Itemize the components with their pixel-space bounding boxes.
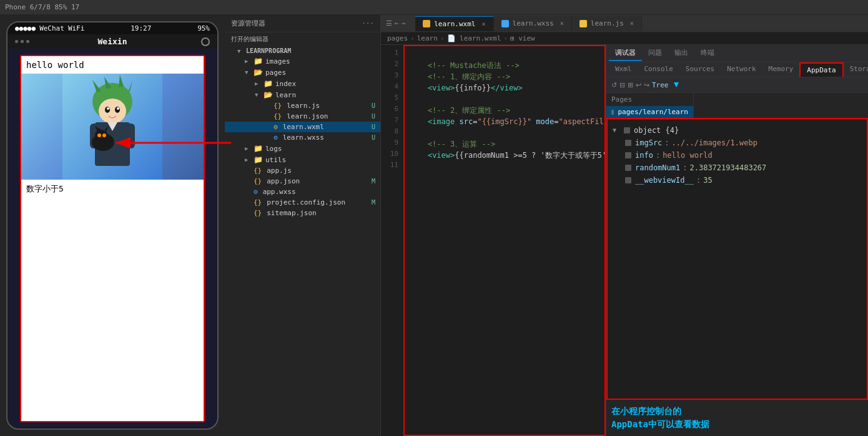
open-editors-section: 打开的编辑器 (225, 32, 380, 46)
editor-toolbar-icons: ☰ ← → (381, 19, 410, 27)
folder-name-learn: learn (275, 91, 296, 99)
file-item-app-wxss[interactable]: ⚙app.wxss (225, 187, 380, 197)
editor-tab-learnjs[interactable]: learn.js× (572, 16, 642, 31)
file-item-app-json[interactable]: {}app.jsonM (225, 176, 380, 187)
file-item-sitemap-json[interactable]: {}sitemap.json (225, 208, 380, 218)
phone-status-bar: ●●●●● WeChat WiFi 19:27 95% (7, 22, 217, 34)
collapse-button[interactable]: ⊟ (619, 81, 625, 89)
file-icon-learn-wxss: ⚙ (274, 133, 278, 142)
line-number-9: 9 (381, 137, 398, 148)
panel-tab-appdata[interactable]: AppData (799, 62, 843, 77)
tab-close-learn.wxss[interactable]: × (560, 20, 564, 27)
breadcrumb-sep2: › (440, 34, 445, 42)
panel-tab-storage[interactable]: Storage (844, 62, 868, 77)
file-badge-learn-json: U (372, 113, 375, 120)
tree-square-icon (624, 127, 630, 133)
folder-name-index: index (275, 80, 296, 88)
folder-name-images: images (265, 57, 290, 65)
file-item-learn-wxss[interactable]: ⚙learn.wxssU (225, 132, 380, 143)
editor-tab-learnwxss[interactable]: learn.wxss× (494, 16, 572, 31)
file-item-logs[interactable]: ▶📁logs (225, 143, 380, 154)
tree-expand-icon[interactable]: ▼ (613, 124, 621, 137)
tree-root-label: object {4} (634, 124, 679, 137)
file-badge-learn-js: U (372, 102, 375, 109)
file-explorer-panel: 资源管理器 ··· 打开的编辑器 ▼ LEARNPROGRAM ▶📁images… (225, 15, 381, 436)
line-number-2: 2 (381, 59, 398, 70)
tree-sep-imgSrc: : (664, 137, 669, 149)
file-item-pages[interactable]: ▼📂pages (225, 67, 380, 78)
tree-item-imgSrc: imgSrc : ../../images/1.webp (613, 137, 862, 149)
tab-output[interactable]: 输出 (668, 46, 694, 61)
editor-tab-learnwxml[interactable]: learn.wxml× (415, 16, 493, 31)
redo-button[interactable]: ↪ (644, 81, 649, 89)
line-number-11: 11 (381, 160, 398, 171)
tab-problems[interactable]: 问题 (642, 46, 668, 61)
file-item-learn[interactable]: ▼📂learn (225, 89, 380, 100)
folder-icon-learn: 📂 (264, 90, 273, 99)
file-explorer-more[interactable]: ··· (362, 19, 374, 27)
project-root[interactable]: ▼ LEARNPROGRAM (225, 46, 380, 56)
tab-label-learn.wxss: learn.wxss (513, 19, 554, 27)
file-name-app-json: app.json (267, 177, 300, 185)
tree-item-icon-randomNum1 (625, 165, 631, 171)
panel-tab-memory[interactable]: Memory (762, 62, 800, 77)
file-item-images[interactable]: ▶📁images (225, 56, 380, 67)
forward-icon[interactable]: → (402, 19, 406, 27)
code-line-3: <view>{{info}}</view> (410, 82, 599, 94)
file-item-learn-js[interactable]: {}learn.jsU (225, 100, 380, 111)
panel-tab-sources[interactable]: Sources (679, 62, 721, 77)
folder-name-utils: utils (265, 156, 286, 164)
breadcrumb-learn: learn (417, 34, 438, 42)
folder-icon-utils: 📁 (254, 155, 263, 164)
breadcrumb-sep3: › (503, 34, 508, 42)
file-name-learn-json: learn.json (287, 112, 328, 120)
svg-marker-23 (674, 82, 679, 87)
code-line-0 (410, 49, 599, 60)
folder-icon-logs: 📁 (254, 144, 263, 153)
pages-and-tree: Pages pages/learn/learn (606, 93, 868, 118)
file-icon-project-config-json: {} (254, 198, 262, 206)
folder-arrow-learn: ▼ (255, 92, 261, 98)
file-item-app-js[interactable]: {}app.js (225, 165, 380, 176)
file-item-project-config-json[interactable]: {}project.config.jsonM (225, 197, 380, 208)
phone-simulator-panel: ●●●●● WeChat WiFi 19:27 95% Weixin (0, 15, 225, 436)
phone-image-area (21, 74, 204, 180)
svg-point-6 (99, 99, 126, 124)
folder-arrow-pages: ▼ (245, 69, 251, 75)
file-explorer-title: 资源管理器 (231, 19, 265, 28)
file-item-index[interactable]: ▶📁index (225, 78, 380, 89)
code-line-7 (410, 127, 599, 138)
tab-close-learn.wxml[interactable]: × (481, 21, 485, 27)
file-item-learn-json[interactable]: {}learn.jsonU (225, 111, 380, 122)
panel-tab-network[interactable]: Network (721, 62, 762, 77)
file-item-utils[interactable]: ▶📁utils (225, 154, 380, 165)
file-item-learn-wxml[interactable]: ⚙learn.wxmlU (225, 122, 380, 132)
file-name-learn-wxml: learn.wxml (283, 123, 324, 131)
phone-nav-bar: Weixin (7, 34, 217, 49)
wifi-icon: WiFi (68, 24, 85, 32)
anime-character-svg (62, 74, 162, 180)
page-list-item-learn[interactable]: pages/learn/learn (606, 106, 693, 118)
svg-point-10 (117, 107, 119, 110)
hamburger-icon[interactable]: ☰ (386, 19, 392, 27)
breadcrumb-view: ⊞ view (510, 34, 535, 42)
tab-terminal[interactable]: 终端 (694, 46, 721, 61)
panel-tab-console[interactable]: Console (638, 62, 679, 77)
refresh-button[interactable]: ↺ (611, 81, 617, 89)
tab-debugger[interactable]: 调试器 (609, 46, 642, 61)
annotation-text: 在小程序控制台的 AppData中可以查看数据 (606, 400, 868, 436)
undo-button[interactable]: ↩ (636, 81, 641, 89)
code-content[interactable]: <!-- Mustache语法 --> <!-- 1、绑定内容 --> <vie… (403, 45, 606, 436)
tab-close-learn.js[interactable]: × (630, 20, 634, 27)
tree-item-icon-__webviewId__ (625, 177, 631, 183)
expand-button[interactable]: ⊞ (628, 81, 633, 89)
tab-icon-learn.wxss (501, 20, 509, 27)
page-dot (611, 110, 614, 115)
panel-tab-wxml[interactable]: Wxml (609, 62, 638, 77)
editor-tabs-bar: ☰ ← → learn.wxml×learn.wxss×learn.js× (381, 15, 868, 32)
code-editor-area[interactable]: 1234567891011 <!-- Mustache语法 --> <!-- 1… (381, 45, 606, 436)
folder-arrow-logs: ▶ (245, 145, 251, 152)
back-icon[interactable]: ← (395, 19, 399, 27)
folder-arrow-utils: ▶ (245, 157, 251, 163)
breadcrumb-pages: pages (387, 34, 408, 42)
